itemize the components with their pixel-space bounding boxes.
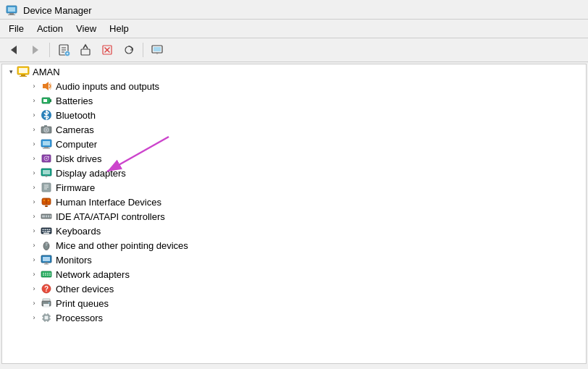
- svg-rect-2: [9, 13, 14, 14]
- root-label: AMAN: [33, 67, 60, 77]
- expand-other[interactable]: ›: [28, 283, 40, 294]
- cameras-icon: [40, 124, 53, 135]
- expand-monitors[interactable]: ›: [28, 254, 40, 266]
- mice-label: Mice and other pointing devices: [56, 240, 188, 251]
- svg-rect-38: [43, 148, 50, 149]
- device-tree: ▾ AMAN › Audio inputs and outputs ›: [1, 64, 587, 364]
- svg-point-33: [46, 129, 48, 131]
- svg-rect-36: [43, 141, 50, 145]
- svg-rect-70: [47, 231, 51, 232]
- tree-item-display-adapters[interactable]: › Display adapters: [2, 166, 586, 180]
- tree-item-disk-drives[interactable]: › Disk drives: [2, 151, 586, 166]
- tree-item-mice[interactable]: › Mice and other pointing devices: [2, 238, 586, 253]
- svg-rect-86: [45, 275, 46, 276]
- svg-text:?: ?: [44, 285, 49, 293]
- svg-point-56: [48, 200, 49, 201]
- expand-ide[interactable]: ›: [28, 211, 40, 222]
- scan-button[interactable]: [119, 41, 138, 59]
- svg-marker-26: [43, 82, 49, 90]
- tree-item-ide[interactable]: › IDE ATA/ATAPI controllers: [2, 209, 586, 224]
- tree-item-audio[interactable]: › Audio inputs and outputs: [2, 79, 586, 93]
- ide-label: IDE ATA/ATAPI controllers: [56, 211, 165, 222]
- tree-item-network[interactable]: › Network adapters: [2, 267, 586, 281]
- forward-button[interactable]: [26, 41, 45, 59]
- svg-marker-5: [33, 46, 38, 54]
- keyboards-label: Keyboards: [56, 226, 101, 237]
- expand-display[interactable]: ›: [28, 167, 40, 179]
- menu-file[interactable]: File: [3, 21, 30, 36]
- tree-item-cameras[interactable]: › Cameras: [2, 122, 586, 137]
- svg-rect-64: [43, 229, 44, 231]
- expand-cameras[interactable]: ›: [28, 124, 40, 135]
- expand-audio[interactable]: ›: [28, 80, 40, 92]
- display-button[interactable]: [148, 41, 167, 59]
- app-icon: [6, 4, 17, 16]
- expand-bluetooth[interactable]: ›: [28, 109, 40, 121]
- monitors-label: Monitors: [56, 255, 92, 266]
- menu-action[interactable]: Action: [31, 21, 69, 36]
- processors-label: Processors: [56, 313, 103, 323]
- tree-item-firmware[interactable]: › Firmware: [2, 180, 586, 195]
- svg-rect-66: [47, 229, 49, 231]
- expand-keyboards[interactable]: ›: [28, 225, 40, 237]
- disk-label: Disk drives: [56, 153, 102, 164]
- other-devices-label: Other devices: [56, 284, 114, 294]
- svg-rect-29: [43, 99, 47, 102]
- tree-item-hid[interactable]: › Human Interface Devices: [2, 195, 586, 209]
- toolbar-sep-2: [143, 43, 143, 57]
- tree-item-other-devices[interactable]: › ? Other devices: [2, 281, 586, 296]
- root-expand-arrow[interactable]: ▾: [5, 66, 17, 77]
- monitors-icon: [40, 254, 53, 266]
- expand-disk[interactable]: ›: [28, 153, 40, 164]
- properties-button[interactable]: [54, 41, 73, 59]
- svg-rect-84: [49, 273, 51, 274]
- svg-rect-60: [46, 216, 47, 218]
- ide-icon: [40, 211, 53, 222]
- svg-marker-4: [11, 46, 17, 54]
- uninstall-button[interactable]: [98, 41, 117, 59]
- expand-hid[interactable]: ›: [28, 196, 40, 208]
- menu-view[interactable]: View: [70, 21, 102, 36]
- svg-rect-59: [42, 216, 45, 218]
- tree-item-keyboards[interactable]: › Keyboards: [2, 224, 586, 238]
- svg-rect-1: [8, 7, 15, 12]
- tree-root[interactable]: ▾ AMAN: [2, 64, 586, 79]
- keyboards-icon: [40, 225, 53, 237]
- svg-rect-67: [49, 229, 51, 231]
- svg-rect-80: [41, 271, 51, 277]
- processors-icon: [40, 312, 53, 323]
- expand-print[interactable]: ›: [28, 297, 40, 309]
- audio-icon: [40, 80, 53, 92]
- svg-rect-93: [43, 304, 49, 308]
- expand-mice[interactable]: ›: [28, 239, 40, 251]
- tree-item-computer[interactable]: › Computer: [2, 137, 586, 151]
- svg-rect-87: [47, 275, 49, 276]
- svg-rect-68: [43, 231, 44, 232]
- svg-rect-23: [19, 68, 28, 73]
- expand-batteries[interactable]: ›: [28, 95, 40, 106]
- update-driver-button[interactable]: [76, 41, 95, 59]
- expand-computer[interactable]: ›: [28, 138, 40, 150]
- expand-firmware[interactable]: ›: [28, 182, 40, 193]
- back-button[interactable]: [4, 41, 23, 59]
- tree-item-bluetooth[interactable]: › Bluetooth: [2, 108, 586, 122]
- svg-point-55: [43, 200, 45, 201]
- root-computer-icon: [17, 66, 30, 77]
- cameras-label: Cameras: [56, 124, 94, 135]
- svg-rect-69: [45, 231, 46, 232]
- computer-label: Computer: [56, 139, 97, 150]
- svg-rect-61: [48, 216, 49, 218]
- print-icon: [40, 297, 53, 309]
- tree-item-processors[interactable]: › Processors: [2, 310, 586, 325]
- expand-processors[interactable]: ›: [28, 312, 40, 323]
- svg-rect-57: [45, 205, 48, 207]
- svg-rect-76: [43, 257, 50, 261]
- svg-rect-3: [8, 14, 15, 15]
- svg-rect-42: [48, 156, 49, 158]
- tree-item-monitors[interactable]: › Monitors: [2, 253, 586, 267]
- menu-help[interactable]: Help: [104, 21, 135, 36]
- tree-item-batteries[interactable]: › Batteries: [2, 93, 586, 108]
- tree-item-print-queues[interactable]: › Print queues: [2, 296, 586, 310]
- bluetooth-label: Bluetooth: [56, 110, 96, 121]
- expand-network[interactable]: ›: [28, 268, 40, 280]
